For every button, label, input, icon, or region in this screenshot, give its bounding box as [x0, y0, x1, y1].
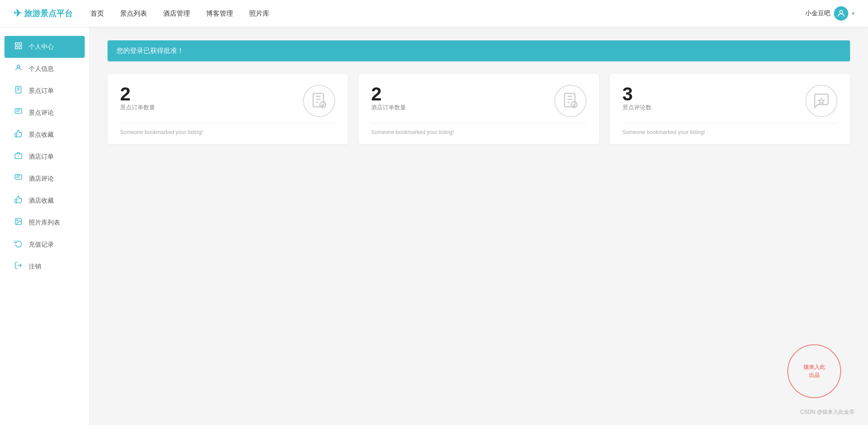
- card-hotel-order: 2 酒店订单数量 Some: [358, 74, 599, 144]
- nav-item-home[interactable]: 首页: [91, 8, 104, 20]
- nav-brand[interactable]: ✈ 旅游景点平台: [13, 8, 73, 19]
- cards-row: 2 景点订单数量 Some: [108, 74, 850, 144]
- sidebar-item-personal-center[interactable]: 个人中心: [4, 36, 85, 58]
- svg-point-5: [17, 65, 20, 68]
- nav-username: 小金豆吧: [805, 9, 830, 17]
- logout-icon: [13, 261, 23, 272]
- svg-rect-3: [15, 47, 17, 49]
- sidebar-item-scenic-comment[interactable]: 景点评论: [0, 102, 89, 124]
- card-divider-hotel: [371, 123, 586, 124]
- sidebar-item-scenic-order[interactable]: 景点订单: [0, 80, 89, 102]
- user-icon: [13, 64, 23, 74]
- card-footer-scenic: Someone bookmarked your listing!: [120, 129, 203, 135]
- photo-icon: [13, 217, 23, 228]
- card-number-hotel: 2: [371, 85, 406, 104]
- svg-point-0: [840, 10, 843, 13]
- sidebar-label-recharge: 充值记录: [29, 241, 54, 249]
- svg-point-19: [17, 220, 17, 221]
- grid-icon: [13, 42, 23, 52]
- sidebar-item-recharge[interactable]: 充值记录: [0, 234, 89, 256]
- sidebar: 个人中心 个人信息 景点订单: [0, 27, 90, 425]
- brand-icon: ✈: [13, 8, 22, 19]
- sidebar-item-photo-list[interactable]: 照片库列表: [0, 212, 89, 234]
- card-top-comment: 3 景点评论数: [622, 85, 838, 120]
- card-divider-comment: [622, 123, 838, 124]
- alert-banner: 您的登录已获得批准！: [108, 40, 850, 61]
- nav-item-scenic[interactable]: 景点列表: [120, 8, 147, 20]
- nav-item-photo[interactable]: 照片库: [249, 8, 269, 20]
- sidebar-label-logout: 注销: [29, 263, 41, 271]
- nav-item-blog[interactable]: 博客管理: [206, 8, 233, 20]
- svg-rect-4: [19, 47, 22, 49]
- card-top-hotel: 2 酒店订单数量: [371, 85, 586, 120]
- sidebar-item-personal-info[interactable]: 个人信息: [0, 58, 89, 80]
- navbar: ✈ 旅游景点平台 首页 景点列表 酒店管理 博客管理 照片库 小金豆吧 ▾: [0, 0, 868, 27]
- card-footer-comment: Someone bookmarked your listing!: [622, 129, 705, 135]
- card-divider-scenic: [120, 123, 335, 124]
- sidebar-label-photo-list: 照片库列表: [29, 219, 60, 227]
- alert-message: 您的登录已获得批准！: [117, 47, 184, 54]
- sidebar-label-personal-center: 个人中心: [29, 43, 54, 51]
- sidebar-item-hotel-order[interactable]: 酒店订单: [0, 146, 89, 168]
- like-icon: [13, 130, 23, 140]
- svg-rect-1: [15, 43, 17, 45]
- svg-marker-31: [818, 98, 824, 104]
- sidebar-item-hotel-collect[interactable]: 酒店收藏: [0, 190, 89, 212]
- order-icon: [13, 86, 23, 96]
- sidebar-label-hotel-comment: 酒店评论: [29, 175, 54, 183]
- hotel-icon: [13, 152, 23, 162]
- content-area: 您的登录已获得批准！ 2 景点订单数量: [90, 27, 868, 425]
- card-label-scenic: 景点订单数量: [120, 104, 155, 112]
- svg-rect-2: [19, 43, 22, 45]
- sidebar-label-scenic-order: 景点订单: [29, 87, 54, 95]
- nav-menu: 首页 景点列表 酒店管理 博客管理 照片库: [91, 8, 805, 20]
- like2-icon: [13, 195, 23, 206]
- chevron-down-icon[interactable]: ▾: [852, 10, 855, 17]
- sidebar-label-scenic-comment: 景点评论: [29, 109, 54, 117]
- recharge-icon: [13, 239, 23, 250]
- sidebar-label-hotel-order: 酒店订单: [29, 153, 54, 161]
- nav-item-hotel[interactable]: 酒店管理: [163, 8, 190, 20]
- card-label-comment: 景点评论数: [622, 104, 652, 112]
- sidebar-item-logout[interactable]: 注销: [0, 256, 89, 278]
- card-footer-hotel: Someone bookmarked your listing!: [371, 129, 454, 135]
- card-top-scenic: 2 景点订单数量: [120, 85, 335, 120]
- card-scenic-order: 2 景点订单数量 Some: [108, 74, 348, 144]
- card-icon-hotel: [554, 85, 587, 117]
- sidebar-item-scenic-collect[interactable]: 景点收藏: [0, 124, 89, 146]
- card-label-hotel: 酒店订单数量: [371, 104, 406, 112]
- sidebar-label-scenic-collect: 景点收藏: [29, 131, 54, 139]
- comment2-icon: [13, 173, 23, 184]
- brand-name: 旅游景点平台: [24, 8, 73, 19]
- sidebar-item-hotel-comment[interactable]: 酒店评论: [0, 168, 89, 190]
- card-number-comment: 3: [622, 85, 652, 104]
- sidebar-label-hotel-collect: 酒店收藏: [29, 197, 54, 205]
- avatar: [834, 6, 848, 21]
- main-layout: 个人中心 个人信息 景点订单: [0, 27, 868, 425]
- card-number-scenic: 2: [120, 85, 155, 104]
- comment-icon: [13, 108, 23, 118]
- nav-user[interactable]: 小金豆吧 ▾: [805, 6, 855, 21]
- card-scenic-comment: 3 景点评论数 Someone bookmarked your listing!: [610, 74, 850, 144]
- sidebar-label-personal-info: 个人信息: [29, 65, 54, 73]
- card-icon-comment: [805, 85, 838, 117]
- card-icon-scenic: [303, 85, 335, 117]
